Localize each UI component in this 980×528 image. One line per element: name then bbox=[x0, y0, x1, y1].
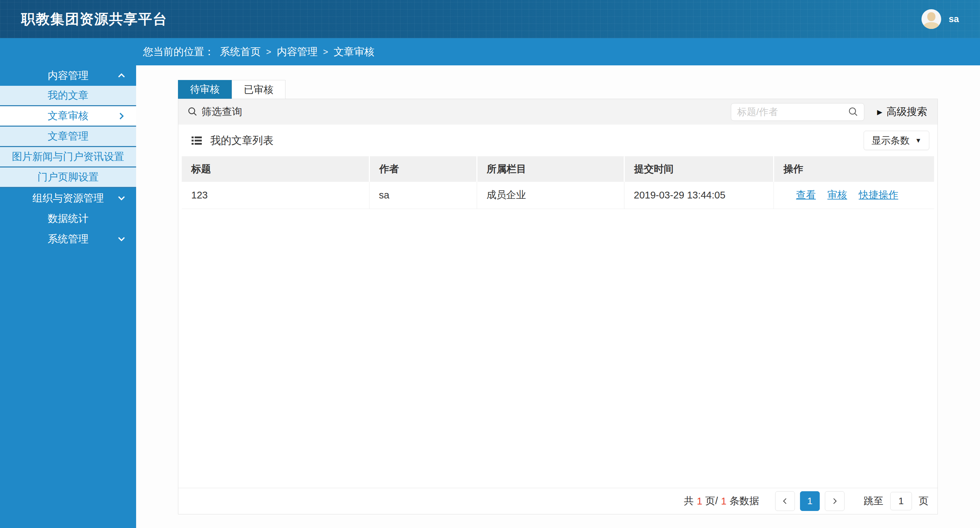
sidebar-item-label: 文章管理 bbox=[48, 129, 89, 143]
sidebar-item-label: 我的文章 bbox=[48, 89, 89, 102]
sidebar-item-content-mgmt[interactable]: 内容管理 bbox=[0, 65, 136, 86]
breadcrumb-prefix: 您当前的位置： bbox=[143, 45, 215, 59]
review-link[interactable]: 审核 bbox=[827, 189, 847, 200]
triangle-right-icon: ▶ bbox=[877, 108, 882, 116]
articles-table: 标题 作者 所属栏目 提交时间 操作 123 sa 成员企业 2019-03-2… bbox=[182, 156, 934, 209]
breadcrumb-item-home[interactable]: 系统首页 bbox=[220, 45, 261, 59]
pagination-summary: 共 1 页/ 1 条数据 bbox=[684, 494, 759, 508]
app-header: 职教集团资源共享平台 sa bbox=[0, 0, 980, 38]
col-author: 作者 bbox=[369, 156, 477, 182]
sidebar-item-org-resource-mgmt[interactable]: 组织与资源管理 bbox=[0, 188, 136, 208]
sidebar-item-article-review[interactable]: 文章审核 bbox=[0, 106, 136, 127]
quick-action-link[interactable]: 快捷操作 bbox=[859, 189, 898, 200]
search-submit-icon[interactable] bbox=[848, 106, 859, 118]
breadcrumb-separator: > bbox=[266, 47, 271, 57]
chevron-right-icon bbox=[116, 110, 127, 122]
list-header: 我的文章列表 显示条数 ▼ bbox=[178, 124, 937, 156]
sidebar-item-news-portal-settings[interactable]: 图片新闻与门户资讯设置 bbox=[0, 147, 136, 167]
sidebar-item-portal-footer-settings[interactable]: 门户页脚设置 bbox=[0, 167, 136, 188]
filter-bar: 筛选查询 ▶ 高级搜索 bbox=[178, 99, 937, 124]
cell-actions: 查看 审核 快捷操作 bbox=[773, 182, 934, 209]
main-content: 待审核 已审核 筛选查询 ▶ 高级搜索 bbox=[136, 65, 980, 528]
next-page-button[interactable] bbox=[825, 491, 845, 511]
chevron-down-icon bbox=[116, 192, 127, 204]
articles-table-wrap: 标题 作者 所属栏目 提交时间 操作 123 sa 成员企业 2019-03-2… bbox=[182, 156, 934, 209]
search-box bbox=[731, 103, 864, 121]
sidebar-item-label: 门户页脚设置 bbox=[37, 170, 99, 184]
sidebar-item-label: 图片新闻与门户资讯设置 bbox=[12, 150, 124, 164]
content-panel: 筛选查询 ▶ 高级搜索 我的文章列表 显示条数 bbox=[178, 99, 938, 514]
col-title: 标题 bbox=[182, 156, 369, 182]
jump-to-label: 跳至 bbox=[864, 494, 883, 508]
user-avatar[interactable] bbox=[921, 9, 941, 29]
app-title: 职教集团资源共享平台 bbox=[21, 10, 167, 29]
cell-author: sa bbox=[369, 182, 477, 209]
jump-unit-label: 页 bbox=[919, 494, 929, 508]
chevron-down-icon bbox=[116, 233, 127, 245]
chevron-left-icon bbox=[781, 497, 789, 506]
sidebar-item-article-mgmt[interactable]: 文章管理 bbox=[0, 127, 136, 147]
table-header-row: 标题 作者 所属栏目 提交时间 操作 bbox=[182, 156, 934, 182]
col-category: 所属栏目 bbox=[477, 156, 624, 182]
username-label: sa bbox=[949, 14, 959, 24]
tab-reviewed[interactable]: 已审核 bbox=[232, 80, 285, 99]
avatar-body-shape bbox=[924, 22, 939, 29]
col-submit-time: 提交时间 bbox=[624, 156, 773, 182]
cell-category: 成员企业 bbox=[477, 182, 624, 209]
sidebar-item-data-stats[interactable]: 数据统计 bbox=[0, 208, 136, 229]
pagination-bar: 共 1 页/ 1 条数据 1 跳至 页 bbox=[178, 488, 937, 514]
prev-page-button[interactable] bbox=[775, 491, 795, 511]
breadcrumb: 您当前的位置： 系统首页 > 内容管理 > 文章审核 bbox=[0, 38, 980, 65]
search-input[interactable] bbox=[737, 107, 848, 118]
breadcrumb-item-review[interactable]: 文章审核 bbox=[334, 45, 374, 59]
jump-page-input[interactable] bbox=[890, 492, 912, 510]
advanced-search-button[interactable]: ▶ 高级搜索 bbox=[877, 105, 927, 119]
tab-bar: 待审核 已审核 bbox=[178, 80, 285, 99]
sidebar-item-label: 文章审核 bbox=[48, 109, 89, 123]
avatar-head-shape bbox=[927, 12, 935, 21]
sidebar-item-label: 系统管理 bbox=[48, 232, 89, 246]
page-size-dropdown[interactable]: 显示条数 ▼ bbox=[864, 131, 929, 150]
view-link[interactable]: 查看 bbox=[796, 189, 816, 200]
record-count: 1 bbox=[721, 496, 727, 507]
page-1-button[interactable]: 1 bbox=[800, 491, 820, 511]
sidebar-item-my-articles[interactable]: 我的文章 bbox=[0, 86, 136, 106]
header-user-area[interactable]: sa bbox=[921, 9, 959, 29]
triangle-down-icon: ▼ bbox=[915, 137, 921, 144]
breadcrumb-item-content[interactable]: 内容管理 bbox=[277, 45, 318, 59]
chevron-up-icon bbox=[116, 70, 127, 81]
list-title: 我的文章列表 bbox=[191, 134, 274, 148]
cell-title: 123 bbox=[182, 182, 369, 209]
tab-pending-review[interactable]: 待审核 bbox=[178, 80, 232, 99]
search-icon bbox=[187, 106, 199, 118]
sidebar: 内容管理 我的文章 文章审核 文章管理 图片新闻与门户资讯设置 门户页脚设置 组… bbox=[0, 65, 136, 528]
sidebar-item-system-mgmt[interactable]: 系统管理 bbox=[0, 229, 136, 249]
col-actions: 操作 bbox=[773, 156, 934, 182]
list-icon bbox=[191, 134, 203, 147]
sidebar-item-label: 内容管理 bbox=[48, 69, 89, 83]
cell-submit-time: 2019-03-29 13:44:05 bbox=[624, 182, 773, 209]
breadcrumb-separator: > bbox=[323, 47, 328, 57]
sidebar-item-label: 数据统计 bbox=[48, 212, 89, 226]
filter-query-label: 筛选查询 bbox=[187, 105, 242, 119]
sidebar-item-label: 组织与资源管理 bbox=[32, 191, 104, 205]
table-row: 123 sa 成员企业 2019-03-29 13:44:05 查看 审核 快捷… bbox=[182, 182, 934, 209]
chevron-right-icon bbox=[830, 497, 839, 506]
page-count: 1 bbox=[697, 496, 702, 507]
